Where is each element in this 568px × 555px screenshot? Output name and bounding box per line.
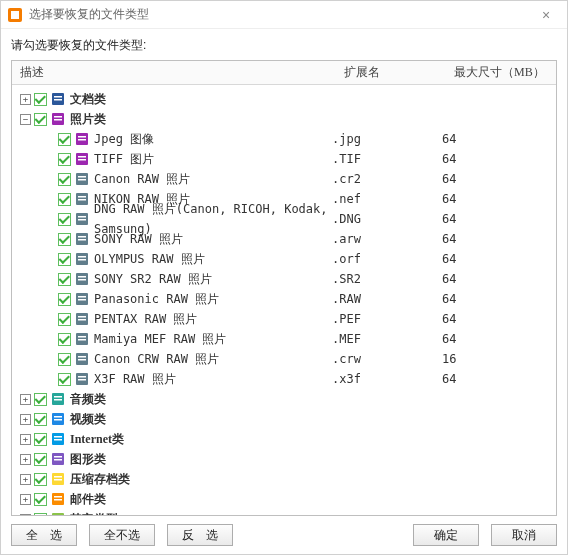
- ext-cell: .MEF: [332, 329, 442, 349]
- category-label: 视频类: [70, 409, 106, 429]
- category-row-audio[interactable]: +音频类: [16, 389, 552, 409]
- checkbox[interactable]: [34, 113, 47, 126]
- checkbox[interactable]: [58, 173, 71, 186]
- close-icon[interactable]: ×: [531, 7, 561, 23]
- checkbox[interactable]: [58, 313, 71, 326]
- svg-rect-42: [78, 356, 86, 358]
- file-type-row[interactable]: +SONY RAW 照片.arw64: [16, 229, 552, 249]
- file-type-label: Panasonic RAW 照片: [94, 289, 219, 309]
- file-type-row[interactable]: +Canon RAW 照片.cr264: [16, 169, 552, 189]
- column-header: 描述 扩展名 最大尺寸（MB）: [12, 61, 556, 85]
- col-ext[interactable]: 扩展名: [336, 64, 446, 81]
- svg-rect-43: [78, 359, 86, 361]
- expand-icon[interactable]: +: [20, 454, 31, 465]
- svg-rect-16: [78, 179, 86, 181]
- category-row-internet[interactable]: +Internet类: [16, 429, 552, 449]
- svg-rect-24: [78, 236, 86, 238]
- svg-rect-40: [78, 339, 86, 341]
- expand-icon[interactable]: +: [20, 474, 31, 485]
- file-type-row[interactable]: +X3F RAW 照片.x3f64: [16, 369, 552, 389]
- svg-rect-61: [54, 479, 62, 481]
- file-type-row[interactable]: +Jpeg 图像.jpg64: [16, 129, 552, 149]
- checkbox[interactable]: [34, 473, 47, 486]
- checkbox[interactable]: [58, 133, 71, 146]
- collapse-icon[interactable]: −: [20, 114, 31, 125]
- file-type-label: X3F RAW 照片: [94, 369, 176, 389]
- expand-icon[interactable]: +: [20, 434, 31, 445]
- expand-icon[interactable]: +: [20, 394, 31, 405]
- file-type-label: Jpeg 图像: [94, 129, 154, 149]
- file-icon: [50, 91, 66, 107]
- category-row-archive[interactable]: +压缩存档类: [16, 469, 552, 489]
- ext-cell: .orf: [332, 249, 442, 269]
- svg-rect-46: [78, 379, 86, 381]
- checkbox[interactable]: [58, 153, 71, 166]
- checkbox[interactable]: [58, 373, 71, 386]
- size-cell: 16: [442, 349, 552, 369]
- category-row-mail[interactable]: +邮件类: [16, 489, 552, 509]
- category-row-photos[interactable]: −照片类: [16, 109, 552, 129]
- window-title: 选择要恢复的文件类型: [29, 6, 531, 23]
- category-row-docs[interactable]: +文档类: [16, 89, 552, 109]
- file-icon: [50, 391, 66, 407]
- checkbox[interactable]: [58, 233, 71, 246]
- expand-icon[interactable]: +: [20, 94, 31, 105]
- file-type-row[interactable]: +SONY SR2 RAW 照片.SR264: [16, 269, 552, 289]
- svg-rect-34: [78, 299, 86, 301]
- category-row-other[interactable]: +其它类型: [16, 509, 552, 516]
- checkbox[interactable]: [34, 93, 47, 106]
- checkbox[interactable]: [58, 253, 71, 266]
- file-type-row[interactable]: +Mamiya MEF RAW 照片.MEF64: [16, 329, 552, 349]
- file-type-row[interactable]: +TIFF 图片.TIF64: [16, 149, 552, 169]
- svg-rect-9: [78, 136, 86, 138]
- svg-rect-39: [78, 336, 86, 338]
- select-all-button[interactable]: 全 选: [11, 524, 77, 546]
- size-cell: 64: [442, 169, 552, 189]
- ext-cell: .nef: [332, 189, 442, 209]
- checkbox[interactable]: [58, 353, 71, 366]
- file-type-row[interactable]: +Panasonic RAW 照片.RAW64: [16, 289, 552, 309]
- file-icon: [50, 471, 66, 487]
- checkbox[interactable]: [58, 213, 71, 226]
- file-icon: [50, 111, 66, 127]
- file-type-row[interactable]: +DNG RAW 照片(Canon, RICOH, Kodak, Samsung…: [16, 209, 552, 229]
- checkbox[interactable]: [34, 453, 47, 466]
- svg-rect-54: [54, 436, 62, 438]
- file-type-row[interactable]: +Canon CRW RAW 照片.crw16: [16, 349, 552, 369]
- file-type-row[interactable]: +PENTAX RAW 照片.PEF64: [16, 309, 552, 329]
- invert-button[interactable]: 反 选: [167, 524, 233, 546]
- file-type-row[interactable]: +OLYMPUS RAW 照片.orf64: [16, 249, 552, 269]
- category-label: 其它类型: [70, 509, 118, 516]
- expand-icon[interactable]: +: [20, 414, 31, 425]
- category-row-graphics[interactable]: +图形类: [16, 449, 552, 469]
- cancel-button[interactable]: 取消: [491, 524, 557, 546]
- select-none-button[interactable]: 全不选: [89, 524, 155, 546]
- checkbox[interactable]: [34, 433, 47, 446]
- svg-rect-63: [54, 496, 62, 498]
- file-icon: [74, 231, 90, 247]
- checkbox[interactable]: [34, 493, 47, 506]
- dialog-window: 选择要恢复的文件类型 × 请勾选要恢复的文件类型: 描述 扩展名 最大尺寸（MB…: [0, 0, 568, 555]
- tree: +文档类−照片类+Jpeg 图像.jpg64+TIFF 图片.TIF64+Can…: [12, 85, 556, 516]
- category-label: 邮件类: [70, 489, 106, 509]
- col-size[interactable]: 最大尺寸（MB）: [446, 64, 556, 81]
- svg-rect-4: [54, 99, 62, 101]
- checkbox[interactable]: [58, 273, 71, 286]
- size-cell: 64: [442, 289, 552, 309]
- size-cell: 64: [442, 269, 552, 289]
- ok-button[interactable]: 确定: [413, 524, 479, 546]
- file-icon: [50, 451, 66, 467]
- size-cell: 64: [442, 309, 552, 329]
- checkbox[interactable]: [58, 293, 71, 306]
- col-desc[interactable]: 描述: [12, 64, 336, 81]
- category-row-video[interactable]: +视频类: [16, 409, 552, 429]
- ext-cell: .RAW: [332, 289, 442, 309]
- checkbox[interactable]: [58, 193, 71, 206]
- svg-rect-13: [78, 159, 86, 161]
- svg-rect-51: [54, 416, 62, 418]
- expand-icon[interactable]: +: [20, 494, 31, 505]
- checkbox[interactable]: [58, 333, 71, 346]
- size-cell: 64: [442, 189, 552, 209]
- checkbox[interactable]: [34, 393, 47, 406]
- checkbox[interactable]: [34, 413, 47, 426]
